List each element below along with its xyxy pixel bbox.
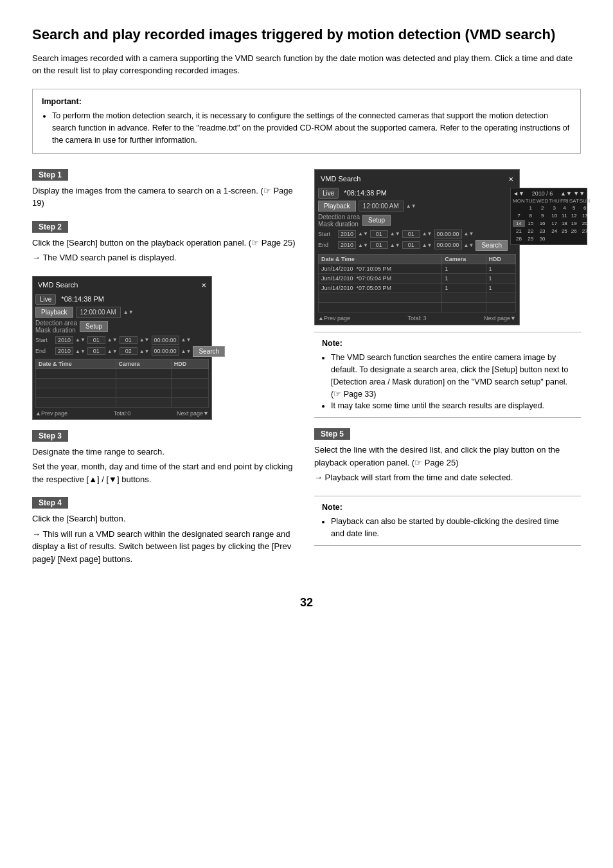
playback-spinner[interactable]: ▲▼: [123, 309, 134, 315]
end-year-input[interactable]: [55, 347, 73, 355]
cal-nav-right[interactable]: ▲▼ ▼▼: [560, 190, 585, 197]
end-time-large: 00:00:00: [434, 240, 462, 249]
table-row: [36, 388, 209, 397]
vmd-search-button-large[interactable]: Search: [475, 240, 508, 251]
end-month-spinner[interactable]: ▲▼: [107, 348, 118, 354]
start-month-input[interactable]: [87, 336, 105, 344]
vmd-search-button-small[interactable]: Search: [193, 346, 225, 357]
calendar-day[interactable]: 9: [537, 212, 549, 219]
calendar-day[interactable]: 23: [537, 228, 549, 235]
start-day-spinner[interactable]: ▲▼: [139, 337, 150, 343]
calendar-day[interactable]: 8: [526, 212, 536, 219]
vmd-setup-button-large[interactable]: Setup: [362, 215, 391, 226]
sy-spinner-large[interactable]: ▲▼: [358, 231, 368, 237]
start-day-large[interactable]: [402, 230, 420, 238]
calendar-day[interactable]: 1: [526, 204, 536, 212]
start-day-input[interactable]: [120, 336, 138, 344]
start-month-spinner[interactable]: ▲▼: [107, 337, 118, 343]
end-time-display: 00:00:00: [152, 347, 179, 356]
cal-tue: TUE: [526, 198, 536, 204]
calendar-day[interactable]: 3: [549, 204, 559, 212]
calendar-day[interactable]: 29: [526, 235, 536, 242]
start-year-input[interactable]: [55, 336, 73, 344]
vmd-live-button[interactable]: Live: [35, 294, 56, 305]
calendar-day[interactable]: 26: [569, 228, 579, 235]
vmd-playback-button[interactable]: Playback: [35, 307, 73, 318]
start-year-large[interactable]: [338, 230, 356, 238]
calendar-day[interactable]: 16: [537, 220, 549, 227]
calendar-day[interactable]: 5: [569, 204, 579, 212]
calendar-day[interactable]: 28: [513, 235, 525, 242]
calendar-day[interactable]: 6: [580, 204, 591, 212]
calendar-day[interactable]: 4: [560, 204, 569, 212]
start-time-spinner[interactable]: ▲▼: [181, 337, 191, 343]
ed-spinner-large[interactable]: ▲▼: [422, 242, 432, 248]
calendar-day[interactable]: 20: [580, 220, 591, 227]
vmd-results-table-small: Date & Time Camera HDD: [35, 359, 209, 408]
calendar-day[interactable]: 18: [560, 220, 569, 227]
calendar-day[interactable]: 10: [549, 212, 559, 219]
note2-label: Note:: [322, 502, 573, 514]
end-day-large[interactable]: [402, 241, 420, 249]
table-cell-hdd: 1: [486, 264, 515, 273]
calendar-day[interactable]: 14: [513, 220, 525, 227]
calendar-day[interactable]: 11: [560, 212, 569, 219]
start-year-spinner[interactable]: ▲▼: [75, 337, 85, 343]
start-month-large[interactable]: [370, 230, 388, 238]
step1-label: Step 1: [32, 169, 68, 181]
end-month-input[interactable]: [87, 347, 105, 355]
vmd-setup-button[interactable]: Setup: [80, 321, 108, 332]
calendar-day[interactable]: [513, 204, 525, 212]
note1-label: Note:: [322, 338, 573, 350]
vmd-playback-button-large[interactable]: Playback: [318, 201, 356, 212]
table-row[interactable]: Jun/14/2010 *07:10:05 PM 1 1: [319, 264, 516, 273]
end-month-large[interactable]: [370, 241, 388, 249]
em-spinner-large[interactable]: ▲▼: [390, 242, 400, 248]
end-label-large: End: [318, 242, 336, 248]
calendar-day[interactable]: 19: [569, 220, 579, 227]
end-day-spinner[interactable]: ▲▼: [139, 348, 150, 354]
step5-text: Select the line with the desired list, a…: [314, 444, 581, 469]
sm-spinner-large[interactable]: ▲▼: [390, 231, 400, 237]
calendar-day[interactable]: 7: [513, 212, 525, 219]
calendar-day[interactable]: 24: [549, 228, 559, 235]
next-page-button-large[interactable]: Next page▼: [484, 315, 516, 321]
calendar-day[interactable]: 15: [526, 220, 536, 227]
end-year-spinner[interactable]: ▲▼: [75, 348, 85, 354]
sd-spinner-large[interactable]: ▲▼: [422, 231, 432, 237]
table-cell-hdd: 1: [486, 273, 515, 283]
calendar-day[interactable]: 12: [569, 212, 579, 219]
vmd-playback-time: 12:00:00 AM: [76, 307, 121, 318]
calendar-day[interactable]: 22: [526, 228, 536, 235]
end-year-large[interactable]: [338, 241, 356, 249]
table-row[interactable]: Jun/14/2010 *07:05:04 PM 1 1: [319, 273, 516, 283]
step4-label: Step 4: [32, 497, 68, 509]
calendar-day[interactable]: 13: [580, 212, 591, 219]
calendar-day[interactable]: 21: [513, 228, 525, 235]
vmd-close-icon-large[interactable]: ×: [508, 174, 513, 184]
end-time-spinner[interactable]: ▲▼: [181, 348, 191, 354]
st-spinner-large[interactable]: ▲▼: [464, 231, 474, 237]
calendar-day[interactable]: 2: [537, 204, 549, 212]
table-header-datetime: Date & Time: [36, 359, 116, 368]
next-page-button-small[interactable]: Next page▼: [177, 410, 209, 417]
calendar-day[interactable]: 30: [537, 235, 549, 242]
vmd-live-row: Live *08:14:38 PM: [35, 294, 209, 305]
prev-page-button-large[interactable]: ▲Prev page: [318, 315, 350, 321]
vmd-calendar-pane: ◄▼ 2010 / 6 ▲▼ ▼▼ MON TUE WED THU FRI SA…: [510, 188, 587, 252]
end-day-input[interactable]: [120, 347, 138, 355]
cal-nav-left[interactable]: ◄▼: [513, 190, 524, 197]
table-row[interactable]: Jun/14/2010 *07:05:03 PM 1 1: [319, 283, 516, 293]
table-row: [36, 378, 209, 388]
important-box: Important: To perform the motion detecti…: [32, 89, 581, 154]
calendar-day[interactable]: 27: [580, 228, 591, 235]
prev-page-button-small[interactable]: ▲Prev page: [35, 410, 67, 417]
ey-spinner-large[interactable]: ▲▼: [358, 242, 368, 248]
calendar-day[interactable]: 25: [560, 228, 569, 235]
vmd-close-icon[interactable]: ×: [201, 280, 206, 290]
et-spinner-large[interactable]: ▲▼: [464, 242, 474, 248]
start-time-display: 00:00:00: [152, 336, 179, 345]
calendar-day[interactable]: 17: [549, 220, 559, 227]
playback-spinner-large[interactable]: ▲▼: [406, 203, 416, 209]
vmd-live-button-large[interactable]: Live: [318, 188, 339, 199]
